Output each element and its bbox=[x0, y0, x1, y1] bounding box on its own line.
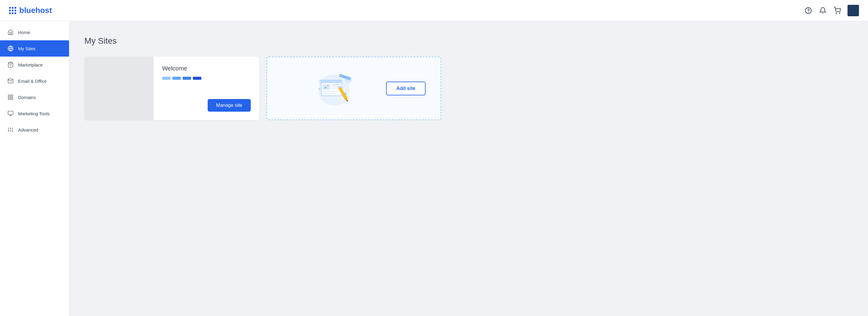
sidebar-item-marketplace[interactable]: Marketplace bbox=[0, 57, 69, 73]
svg-rect-39 bbox=[322, 93, 336, 94]
svg-point-3 bbox=[839, 13, 840, 13]
wordpress-icon bbox=[7, 45, 14, 52]
bar-1 bbox=[162, 77, 170, 80]
svg-rect-6 bbox=[8, 95, 10, 97]
logo[interactable]: bluehost bbox=[9, 6, 52, 15]
add-site-card: Add site bbox=[267, 57, 441, 120]
sliders-icon bbox=[7, 127, 14, 133]
bar-4 bbox=[193, 77, 201, 80]
cart-icon[interactable] bbox=[833, 6, 841, 15]
svg-rect-32 bbox=[321, 80, 342, 83]
sidebar-item-marketplace-label: Marketplace bbox=[18, 62, 43, 67]
help-icon[interactable] bbox=[804, 6, 812, 15]
sidebar-item-domains[interactable]: Domains bbox=[0, 89, 69, 105]
sidebar-item-email-office[interactable]: Email & Office bbox=[0, 73, 69, 89]
bar-3 bbox=[183, 77, 191, 80]
sidebar-item-email-office-label: Email & Office bbox=[18, 78, 47, 84]
svg-rect-7 bbox=[11, 95, 13, 97]
mail-icon bbox=[7, 78, 14, 84]
sidebar-item-home-label: Home bbox=[18, 30, 30, 35]
svg-rect-10 bbox=[8, 111, 13, 115]
sidebar-item-advanced[interactable]: Advanced bbox=[0, 121, 69, 138]
site-card: Welcome Manage site bbox=[84, 57, 259, 120]
sidebar-item-advanced-label: Advanced bbox=[18, 127, 38, 132]
add-site-illustration bbox=[282, 70, 386, 107]
site-thumbnail bbox=[84, 57, 154, 120]
svg-rect-35 bbox=[332, 84, 340, 85]
svg-rect-36 bbox=[332, 86, 338, 87]
sidebar-item-domains-label: Domains bbox=[18, 95, 36, 100]
svg-rect-33 bbox=[322, 84, 330, 90]
logo-grid-icon bbox=[9, 7, 16, 14]
logo-text: bluehost bbox=[19, 6, 52, 15]
site-card-title: Welcome bbox=[162, 65, 251, 72]
site-card-bars bbox=[162, 77, 251, 80]
sites-grid: Welcome Manage site bbox=[84, 57, 853, 120]
sidebar-item-home[interactable]: Home bbox=[0, 24, 69, 40]
bar-2 bbox=[173, 77, 181, 80]
sidebar-item-marketing-tools-label: Marketing Tools bbox=[18, 111, 50, 116]
user-avatar[interactable] bbox=[847, 5, 859, 16]
svg-rect-38 bbox=[322, 91, 341, 92]
sidebar-item-marketing-tools[interactable]: Marketing Tools bbox=[0, 105, 69, 121]
sidebar-item-my-sites[interactable]: My Sites bbox=[0, 40, 69, 57]
site-card-info: Welcome Manage site bbox=[154, 57, 259, 120]
notification-bell-icon[interactable] bbox=[818, 6, 827, 15]
home-icon bbox=[7, 29, 14, 36]
sidebar-item-my-sites-label: My Sites bbox=[18, 46, 36, 51]
svg-rect-8 bbox=[8, 98, 10, 100]
add-site-button[interactable]: Add site bbox=[386, 81, 426, 95]
page-title: My Sites bbox=[84, 36, 853, 46]
marketing-icon bbox=[7, 110, 14, 117]
svg-point-2 bbox=[836, 13, 837, 13]
header-actions bbox=[804, 5, 859, 16]
layout: Home My Sites Marketplace bbox=[0, 21, 868, 316]
svg-point-45 bbox=[344, 93, 346, 95]
svg-point-34 bbox=[327, 85, 329, 86]
sidebar: Home My Sites Marketplace bbox=[0, 21, 69, 316]
svg-point-44 bbox=[318, 88, 321, 90]
domains-icon bbox=[7, 94, 14, 101]
svg-rect-9 bbox=[11, 98, 13, 100]
main-content: My Sites Welcome M bbox=[69, 21, 868, 316]
bag-icon bbox=[7, 61, 14, 68]
manage-site-button[interactable]: Manage site bbox=[208, 99, 251, 112]
header: bluehost bbox=[0, 0, 868, 21]
svg-point-1 bbox=[808, 12, 809, 12]
